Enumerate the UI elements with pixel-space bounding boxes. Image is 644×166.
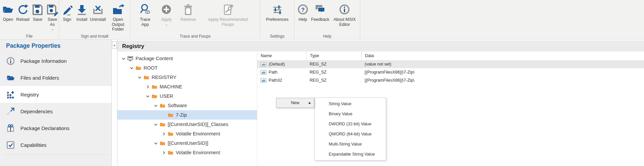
trace-app-button[interactable]: Trace App [137, 2, 153, 27]
ribbon-group-label-sign-and-install: Sign and Install [59, 34, 130, 39]
package-properties-sidebar: Package Properties Package Information F… [0, 40, 111, 166]
tree-row-root[interactable]: ROOT [117, 63, 257, 73]
save-button[interactable]: Save [30, 2, 45, 23]
table-row[interactable]: ab (Default) REG_SZ (value not set) [257, 60, 644, 68]
tree-row-software[interactable]: Software [117, 101, 257, 110]
tree-row-currentusersid-classes[interactable]: [{CurrentUserSID}]_Classes [117, 120, 257, 129]
menu-item-multi-string-value[interactable]: Multi-String Value [315, 139, 386, 149]
tree-row-user[interactable]: USER [117, 91, 257, 101]
folder-icon [167, 150, 174, 156]
tree-row-machine[interactable]: MACHINE [117, 82, 257, 91]
tree-label: REGISTRY [152, 75, 176, 80]
tree-label: 7-Zip [176, 112, 187, 118]
reload-icon [16, 2, 30, 17]
remove-trash-icon [181, 2, 195, 17]
column-header-data[interactable]: Data [361, 51, 644, 60]
about-msix-editor-button[interactable]: About MSIX Editor [330, 2, 359, 27]
preferences-button[interactable]: Preferences [265, 2, 289, 23]
chevron-down-icon[interactable] [137, 75, 143, 80]
apply-recommended-fixups-button[interactable]: Apply Recommended Fixups [202, 2, 253, 27]
tree-row-currentusersid[interactable]: [{CurrentUserSID}] [117, 138, 257, 148]
save-as-button[interactable]: Save As ⌄ [45, 2, 60, 31]
chevron-down-icon[interactable] [153, 141, 159, 146]
tree-label: Volatile Environment [176, 150, 220, 155]
chevron-right-icon[interactable] [161, 151, 167, 155]
install-button[interactable]: Install [74, 2, 89, 23]
tree-row-volatile-environment-2[interactable]: Volatile Environment [117, 148, 257, 157]
scroll-up-arrow-icon: ▲ [113, 44, 116, 47]
ribbon-group-file: Open Reload Save Save As ⌄ [0, 0, 59, 39]
sidebar-item-label: Dependencies [20, 109, 53, 114]
install-label: Install [76, 17, 87, 22]
checkbox-icon [6, 140, 15, 150]
sign-button[interactable]: Sign [60, 2, 74, 23]
menu-item-dword-value[interactable]: DWORD (32-bit) Value [315, 119, 386, 129]
chevron-down-icon[interactable] [145, 94, 151, 98]
chevron-down-icon[interactable] [153, 103, 159, 108]
ribbon-group-label-help: Help [294, 34, 360, 39]
sidebar-scrollbar[interactable]: ▲ [111, 40, 117, 166]
chevron-down-icon[interactable] [129, 66, 135, 70]
menu-item-string-value[interactable]: String Value [315, 99, 386, 109]
registry-icon [6, 90, 15, 99]
feedback-bubble-icon [313, 2, 327, 17]
help-button[interactable]: ? Help [296, 2, 310, 23]
about-msix-editor-label: About MSIX Editor [331, 17, 358, 27]
open-button[interactable]: Open [1, 2, 15, 23]
tree-label: Software [168, 103, 187, 108]
save-label: Save [33, 17, 42, 22]
sidebar-item-label: Files and Folders [20, 75, 59, 81]
chevron-down-icon[interactable] [121, 56, 126, 61]
value-type: REG_SZ [306, 62, 361, 67]
remove-button[interactable]: Remove [180, 2, 197, 23]
ribbon-empty-space [360, 0, 644, 39]
folder-icon [159, 102, 166, 109]
feedback-button[interactable]: Feedback [310, 2, 330, 23]
about-info-icon [338, 2, 351, 17]
save-as-dropdown-chevron-icon[interactable]: ⌄ [51, 28, 54, 30]
sidebar-item-files-and-folders[interactable]: Files and Folders [0, 69, 111, 86]
sidebar-divider [4, 154, 108, 155]
folder-icon [159, 140, 166, 146]
reload-button[interactable]: Reload [15, 2, 30, 23]
ribbon-group-label-trace-and-fixups: Trace and Fixups [130, 34, 260, 39]
column-header-name[interactable]: Name [257, 51, 306, 60]
sidebar-item-package-declarations[interactable]: Package Declarations [0, 120, 111, 136]
open-output-folder-button[interactable]: Open Output Folder [107, 2, 129, 32]
ribbon-group-sign-and-install: Sign Install Uninstall Open Output Folde… [59, 0, 130, 39]
menu-item-expandable-string-value[interactable]: Expandable String Value [315, 149, 386, 159]
open-label: Open [3, 17, 13, 22]
column-header-type[interactable]: Type [306, 51, 361, 60]
apply-button[interactable]: Apply ⌄ [159, 2, 174, 26]
chevron-right-icon[interactable] [145, 85, 151, 89]
chevron-placeholder [161, 113, 167, 117]
menu-item-binary-value[interactable]: Binary Value [315, 109, 386, 119]
context-menu-new-label: New [291, 100, 299, 105]
context-menu-new-item[interactable]: New ▶ [276, 98, 314, 108]
table-row[interactable]: ab Path REG_SZ [{ProgramFilesX86}]\7-Zip… [257, 68, 644, 76]
new-value-submenu: String Value Binary Value DWORD (32-bit)… [314, 97, 386, 161]
preferences-label: Preferences [266, 17, 288, 22]
tree-row-7zip[interactable]: 7-Zip [117, 110, 257, 120]
tree-row-registry[interactable]: REGISTRY [117, 73, 257, 82]
sidebar-item-dependencies[interactable]: Dependencies [0, 103, 111, 120]
uninstall-button[interactable]: Uninstall [89, 2, 107, 23]
open-output-folder-icon [111, 2, 125, 17]
tree-row-package-content[interactable]: Package Content [117, 54, 257, 63]
menu-item-qword-value[interactable]: QWORD (64-bit) Value [315, 129, 386, 139]
chevron-right-icon[interactable] [161, 132, 167, 136]
scrollbar-up-button[interactable]: ▲ [112, 41, 117, 49]
preferences-sliders-icon [271, 2, 284, 17]
sidebar-item-capabilities[interactable]: Capabilities [0, 136, 111, 153]
chevron-down-icon[interactable] [153, 122, 159, 127]
folder-icon [151, 84, 158, 90]
save-icon [31, 2, 44, 17]
remove-label: Remove [180, 17, 196, 22]
sidebar-item-package-information[interactable]: Package Information [0, 52, 111, 69]
uninstall-icon [91, 2, 105, 17]
sidebar-item-registry[interactable]: Registry [0, 86, 111, 103]
folder-icon [6, 73, 15, 82]
reload-label: Reload [16, 17, 29, 22]
tree-row-volatile-environment-1[interactable]: Volatile Environment [117, 129, 257, 138]
table-row[interactable]: ab Path32 REG_SZ [{ProgramFilesX86}]\7-Z… [257, 76, 644, 84]
